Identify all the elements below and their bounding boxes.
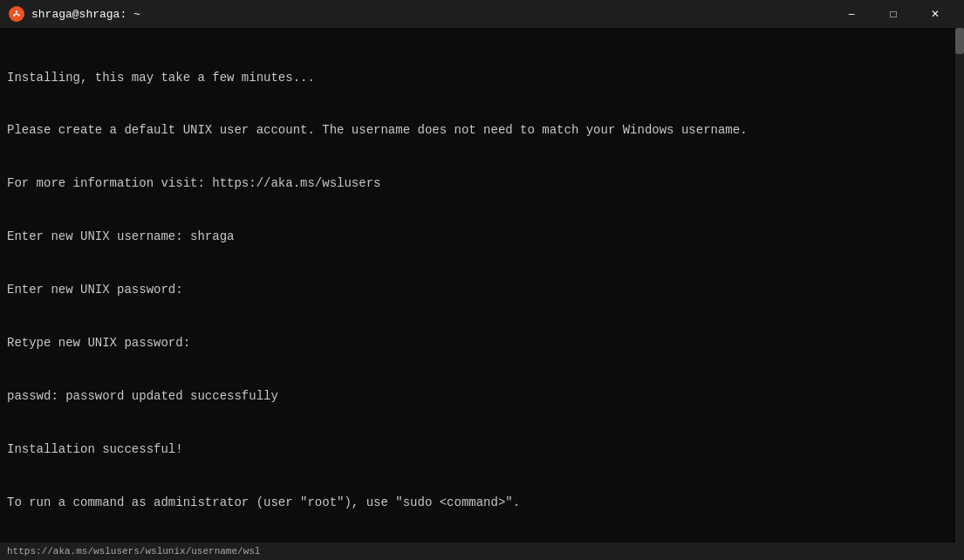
line-install-ok: Installation successful! bbox=[7, 440, 957, 458]
status-text: https://aka.ms/wslusers/wslunix/username… bbox=[7, 546, 260, 557]
svg-point-3 bbox=[17, 14, 19, 16]
titlebar: shraga@shraga: ~ – □ ✕ bbox=[0, 0, 964, 28]
ubuntu-icon bbox=[9, 6, 24, 22]
scrollbar[interactable] bbox=[955, 28, 964, 543]
status-bar: https://aka.ms/wslusers/wslunix/username… bbox=[0, 543, 964, 560]
terminal-output: Installing, this may take a few minutes.… bbox=[7, 33, 957, 543]
line-to-run: To run a command as administrator (user … bbox=[7, 494, 957, 511]
minimize-button[interactable]: – bbox=[831, 0, 872, 28]
line-please: Please create a default UNIX user accoun… bbox=[7, 121, 957, 139]
line-for-more: For more information visit: https://aka.… bbox=[7, 174, 957, 192]
line-installing: Installing, this may take a few minutes.… bbox=[7, 69, 957, 86]
restore-button[interactable]: □ bbox=[873, 0, 913, 28]
terminal-body[interactable]: Installing, this may take a few minutes.… bbox=[0, 28, 964, 543]
line-passwd: passwd: password updated successfully bbox=[7, 387, 957, 405]
line-retype: Retype new UNIX password: bbox=[7, 334, 957, 352]
svg-point-2 bbox=[13, 14, 15, 16]
line-enter-user: Enter new UNIX username: shraga bbox=[7, 228, 957, 245]
window-title: shraga@shraga: ~ bbox=[31, 8, 831, 21]
terminal-window: shraga@shraga: ~ – □ ✕ Installing, this … bbox=[0, 0, 964, 560]
close-button[interactable]: ✕ bbox=[915, 0, 955, 28]
svg-point-1 bbox=[16, 10, 17, 12]
window-controls: – □ ✕ bbox=[831, 0, 955, 28]
scrollbar-thumb[interactable] bbox=[955, 28, 964, 54]
line-enter-pass: Enter new UNIX password: bbox=[7, 281, 957, 298]
